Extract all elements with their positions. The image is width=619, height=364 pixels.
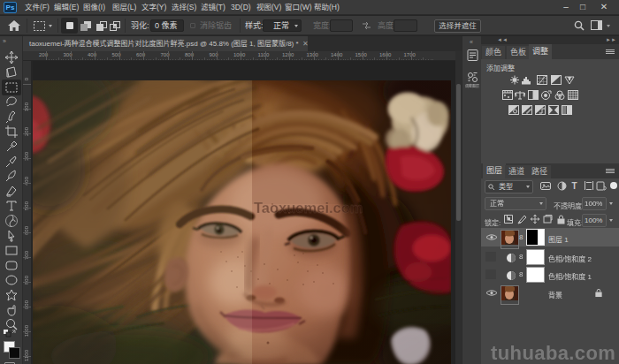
svg-text:Taoxuemei.com: Taoxuemei.com — [254, 200, 363, 216]
svg-text:T: T — [572, 181, 577, 191]
